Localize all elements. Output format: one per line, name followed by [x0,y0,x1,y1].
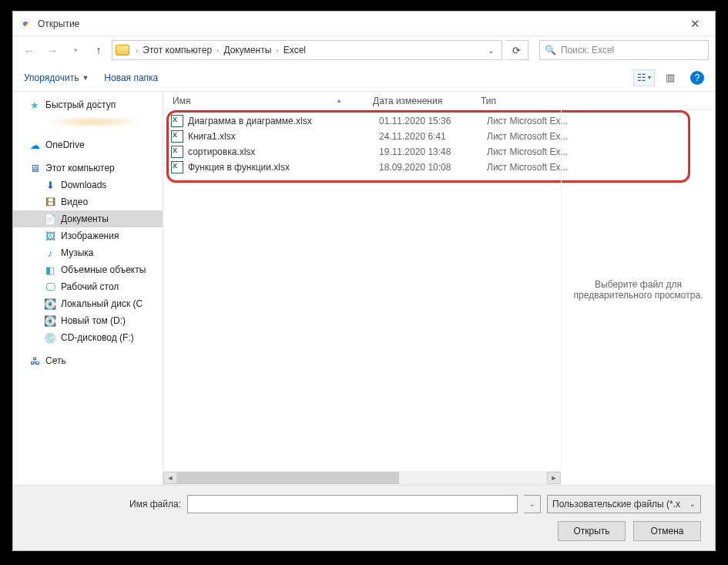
up-button[interactable]: ↑ [89,40,109,60]
objects3d-icon: ◧ [44,264,56,276]
documents-icon: 📄 [44,213,56,225]
scroll-right-button[interactable]: ► [547,472,561,484]
filename-dropdown[interactable]: ⌄ [524,495,541,513]
chevron-down-icon: ⌄ [689,500,696,508]
chevron-right-icon[interactable]: › [212,46,223,55]
new-folder-button[interactable]: Новая папка [104,72,158,83]
video-icon: 🎞 [44,196,56,208]
onedrive-icon: ☁ [29,139,41,151]
sidebar-item-pictures[interactable]: 🖼Изображения [13,227,163,244]
chevron-right-icon[interactable]: › [131,46,143,55]
breadcrumb[interactable]: › Этот компьютер › Документы › Excel ⌄ [112,40,502,60]
horizontal-scrollbar[interactable]: ◄ ► [163,471,561,485]
sidebar-item-cddrive[interactable]: 💿CD-дисковод (F:) [13,329,163,346]
chevron-right-icon[interactable]: › [271,46,283,55]
dialog-footer: Имя файла: ⌄ Пользовательские файлы (*.x… [13,485,715,550]
cancel-button[interactable]: Отмена [633,521,701,541]
folder-icon [116,45,129,55]
search-placeholder: Поиск: Excel [561,45,614,55]
back-button[interactable]: ← [19,40,39,60]
excel-icon [171,146,183,158]
scroll-thumb[interactable] [177,472,399,484]
nav-row: ← → ▾ ↑ › Этот компьютер › Документы › E… [13,36,715,64]
pictures-icon: 🖼 [44,230,56,242]
disk-icon: 💽 [44,298,56,310]
chevron-down-icon: ▼ [82,74,89,82]
breadcrumb-item[interactable]: Документы [223,45,271,55]
sidebar-item-onedrive[interactable]: ☁OneDrive [13,136,163,153]
forward-button[interactable]: → [42,40,62,60]
excel-icon [171,130,183,143]
search-input[interactable]: 🔍 Поиск: Excel [539,40,709,60]
scroll-track[interactable] [177,472,547,484]
disk-icon: 💽 [44,314,56,327]
sidebar-item-music[interactable]: ♪Музыка [13,244,163,261]
close-button[interactable]: ✕ [681,12,709,35]
sidebar: ★Быстрый доступ ☁OneDrive 🖥Этот компьюте… [13,92,163,485]
filename-input[interactable] [187,495,518,513]
chevron-down-icon[interactable]: ⌄ [483,46,498,55]
toolbar: Упорядочить ▼ Новая папка ☷▾ ▥ ? [13,64,715,92]
sidebar-item-quickaccess[interactable]: ★Быстрый доступ [13,96,163,113]
excel-icon [171,115,183,127]
sidebar-item-video[interactable]: 🎞Видео [13,193,163,210]
main-pane: Имя▲ Дата изменения Тип Диаграмма в диаг… [163,92,715,485]
scroll-left-button[interactable]: ◄ [163,472,177,484]
chrome-icon [19,18,32,30]
breadcrumb-item[interactable]: Этот компьютер [143,45,212,55]
sidebar-item-desktop[interactable]: 🖵Рабочий стол [13,278,163,295]
breadcrumb-item[interactable]: Excel [283,45,306,55]
dialog-body: ★Быстрый доступ ☁OneDrive 🖥Этот компьюте… [13,92,715,485]
sidebar-item-localdisk[interactable]: 💽Локальный диск (C [13,295,163,312]
network-icon: 🖧 [29,355,41,367]
pc-icon: 🖥 [29,162,41,174]
preview-pane: Выберите файл для предварительного просм… [561,110,715,469]
window-title: Открытие [38,18,79,29]
sidebar-item-network[interactable]: 🖧Сеть [13,352,163,369]
sidebar-item-blurred[interactable] [13,113,163,130]
filename-label: Имя файла: [27,499,181,510]
sidebar-item-downloads[interactable]: ⬇Downloads [13,177,163,193]
column-type[interactable]: Тип [481,96,581,106]
sidebar-item-documents[interactable]: 📄Документы [13,210,163,227]
columns-header: Имя▲ Дата изменения Тип [163,92,715,110]
cd-icon: 💿 [44,331,56,344]
recent-dropdown[interactable]: ▾ [65,40,86,60]
titlebar: Открытие ✕ [13,12,715,36]
view-details-button[interactable]: ☷▾ [633,69,655,86]
sidebar-item-thispc[interactable]: 🖥Этот компьютер [13,160,163,177]
music-icon: ♪ [44,247,56,259]
desktop-icon: 🖵 [44,281,56,293]
sidebar-item-3dobjects[interactable]: ◧Объемные объекты [13,261,163,278]
search-icon: 🔍 [545,45,556,55]
filetype-dropdown[interactable]: Пользовательские файлы (*.x ⌄ [547,495,701,513]
column-name[interactable]: Имя▲ [173,96,373,106]
star-icon: ★ [29,99,41,111]
refresh-button[interactable]: ⟳ [505,40,528,60]
help-button[interactable]: ? [690,71,704,85]
organize-button[interactable]: Упорядочить ▼ [24,72,89,83]
column-date[interactable]: Дата изменения [373,96,481,106]
excel-icon [171,161,183,173]
open-button[interactable]: Открыть [558,521,626,541]
file-open-dialog: Открытие ✕ ← → ▾ ↑ › Этот компьютер › До… [12,11,716,551]
downloads-icon: ⬇ [44,179,56,191]
sort-asc-icon: ▲ [336,97,342,104]
sidebar-item-newvolume[interactable]: 💽Новый том (D:) [13,312,163,329]
preview-pane-button[interactable]: ▥ [659,69,681,86]
view-controls: ☷▾ ▥ ? [633,69,704,86]
